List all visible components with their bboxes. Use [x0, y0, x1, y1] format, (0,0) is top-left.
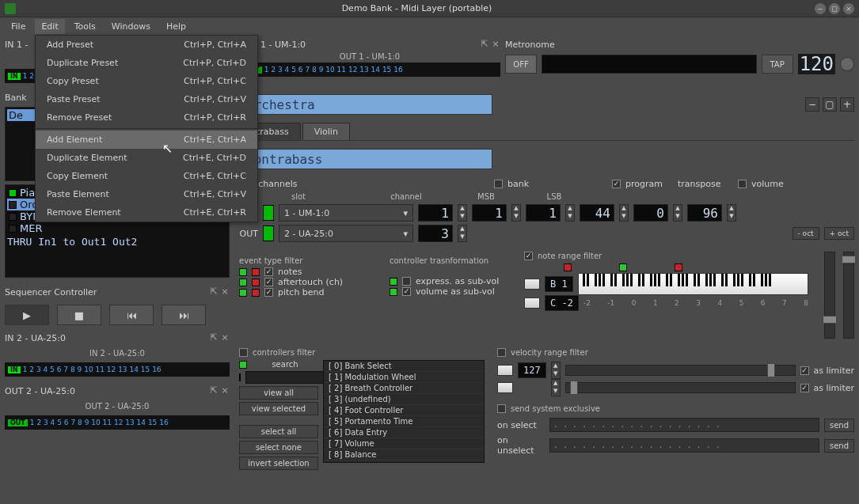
controller-row[interactable]: [ 6] Data Entry	[324, 427, 484, 438]
menu-item-remove-preset[interactable]: Remove PresetCtrl+P, Ctrl+R	[36, 108, 257, 127]
controller-row[interactable]: [ 7] Volume	[324, 438, 484, 449]
vel-slider-2[interactable]	[565, 382, 796, 393]
vel-arrows-2[interactable]: ▲▼	[551, 379, 561, 396]
menu-file[interactable]: File	[5, 19, 32, 34]
vol-checkbox[interactable]	[402, 287, 411, 296]
remove-button[interactable]: −	[805, 97, 819, 112]
bank-checkbox[interactable]	[494, 180, 503, 188]
stop-button[interactable]: ■	[57, 305, 101, 325]
expr-checkbox[interactable]	[402, 277, 411, 286]
add-button[interactable]: +	[840, 97, 854, 112]
duplicate-button[interactable]: ▢	[823, 97, 837, 112]
sysex-checkbox[interactable]	[497, 404, 506, 413]
prev-button[interactable]: ⏮	[109, 305, 154, 325]
onselect-field[interactable]: . . . . . . . . . . . . . . . . . .	[549, 418, 819, 432]
keyboard-range[interactable]	[578, 273, 808, 295]
program-spin[interactable]: 44	[580, 204, 614, 222]
in-channel-arrows[interactable]: ▲▼	[458, 204, 467, 222]
in-channel-spin[interactable]: 1	[418, 204, 453, 222]
close-panel-icon[interactable]: ×	[491, 40, 500, 49]
pitch-led-g[interactable]	[239, 289, 247, 297]
menu-windows[interactable]: Windows	[105, 19, 157, 34]
close-panel-icon[interactable]: ×	[220, 386, 230, 396]
volume-arrows[interactable]: ▲▼	[727, 204, 736, 222]
notes-led-g[interactable]	[239, 268, 247, 276]
vel-value-1[interactable]: 127	[518, 362, 546, 378]
after-led-g[interactable]	[239, 279, 247, 286]
velrange-checkbox[interactable]	[497, 348, 506, 357]
invert-selection-button[interactable]: invert selection	[239, 457, 318, 470]
cf-led-r[interactable]	[239, 373, 241, 381]
vol-led[interactable]	[390, 288, 397, 296]
menu-item-duplicate-preset[interactable]: Duplicate PresetCtrl+P, Ctrl+D	[36, 54, 257, 72]
menu-item-remove-element[interactable]: Remove ElementCtrl+E, Ctrl+R	[36, 203, 257, 222]
out-slot-combo[interactable]: 2 - UA-25:0	[279, 225, 413, 242]
slider-1[interactable]	[824, 252, 835, 339]
aslimiter-1-checkbox[interactable]	[800, 366, 809, 375]
tab-violin[interactable]: Violin	[302, 123, 350, 140]
maximize-button[interactable]: ◻	[829, 3, 840, 14]
menu-help[interactable]: Help	[160, 19, 192, 34]
controller-row[interactable]: [ 9] (undefined)	[324, 460, 484, 463]
close-button[interactable]: ×	[843, 3, 854, 14]
controller-row[interactable]: [ 4] Foot Controller	[324, 405, 484, 416]
pitch-checkbox[interactable]	[264, 288, 273, 297]
preset-led[interactable]	[9, 225, 17, 233]
menu-edit[interactable]: Edit	[35, 19, 64, 34]
oct-plus-button[interactable]: + oct	[824, 227, 854, 240]
minimize-button[interactable]: −	[815, 3, 826, 14]
program-arrows[interactable]: ▲▼	[619, 204, 629, 222]
view-all-button[interactable]: view all	[239, 386, 318, 400]
element-name-field[interactable]: Contrabass	[239, 149, 492, 169]
pitch-led-r[interactable]	[252, 289, 260, 297]
bpm-knob[interactable]	[840, 57, 854, 71]
after-led-r[interactable]	[252, 279, 260, 286]
metronome-tap-button[interactable]: TAP	[762, 55, 793, 74]
preset-led[interactable]	[9, 189, 17, 197]
close-panel-icon[interactable]: ×	[220, 287, 230, 297]
send-button-1[interactable]: send	[824, 419, 854, 432]
detach-icon[interactable]: ⇱	[209, 386, 219, 396]
volume-spin[interactable]: 96	[687, 204, 722, 222]
metronome-off-button[interactable]: OFF	[505, 55, 537, 74]
controller-list[interactable]: [ 0] Bank Select[ 1] Modulation Wheel[ 2…	[323, 360, 485, 463]
transpose-spin[interactable]: 0	[633, 204, 668, 222]
menu-item-duplicate-element[interactable]: Duplicate ElementCtrl+E, Ctrl+D	[36, 149, 257, 167]
vel-slider-1[interactable]	[565, 365, 796, 376]
slider-2[interactable]	[843, 252, 854, 339]
select-none-button[interactable]: select none	[239, 441, 318, 454]
transpose-arrows[interactable]: ▲▼	[673, 204, 682, 222]
note-high[interactable]: C -2	[545, 295, 579, 311]
menu-item-add-element[interactable]: Add ElementCtrl+E, Ctrl+A	[36, 131, 257, 149]
program-checkbox[interactable]	[612, 180, 621, 188]
play-button[interactable]: ▶	[5, 305, 49, 325]
in-slot-combo[interactable]: 1 - UM-1:0	[279, 204, 413, 222]
noterange-checkbox[interactable]	[524, 252, 533, 260]
controller-row[interactable]: [ 2] Breath Controller	[324, 383, 484, 394]
onunselect-field[interactable]: . . . . . . . . . . . . . . . . . .	[549, 438, 819, 453]
controller-row[interactable]: [ 5] Portamento Time	[324, 416, 484, 427]
lsb-arrows[interactable]: ▲▼	[565, 204, 575, 222]
aslimiter-2-checkbox[interactable]	[800, 384, 809, 392]
detach-icon[interactable]: ⇱	[209, 333, 219, 343]
view-selected-button[interactable]: view selected	[239, 402, 318, 415]
oct-minus-button[interactable]: - oct	[792, 227, 819, 240]
bpm-display[interactable]: 120	[798, 54, 835, 74]
close-panel-icon[interactable]: ×	[220, 333, 230, 343]
msb-spin[interactable]: 1	[472, 204, 507, 222]
cf-led-g[interactable]	[239, 361, 247, 369]
notes-checkbox[interactable]	[264, 267, 273, 276]
vel-arrows-1[interactable]: ▲▼	[551, 362, 561, 379]
after-checkbox[interactable]	[264, 278, 273, 286]
preset-led[interactable]	[9, 201, 17, 209]
notes-led-r[interactable]	[252, 268, 260, 276]
detach-icon[interactable]: ⇱	[209, 287, 219, 297]
preset-row[interactable]: MER	[7, 222, 227, 234]
out-channel-arrows[interactable]: ▲▼	[458, 225, 467, 242]
preset-led[interactable]	[9, 213, 17, 221]
ctrlfilter-checkbox[interactable]	[239, 348, 248, 357]
menu-item-paste-element[interactable]: Paste ElementCtrl+E, Ctrl+V	[36, 185, 257, 203]
select-all-button[interactable]: select all	[239, 425, 318, 438]
preset-name-field[interactable]: Orchestra	[239, 94, 492, 115]
detach-icon[interactable]: ⇱	[480, 40, 489, 49]
